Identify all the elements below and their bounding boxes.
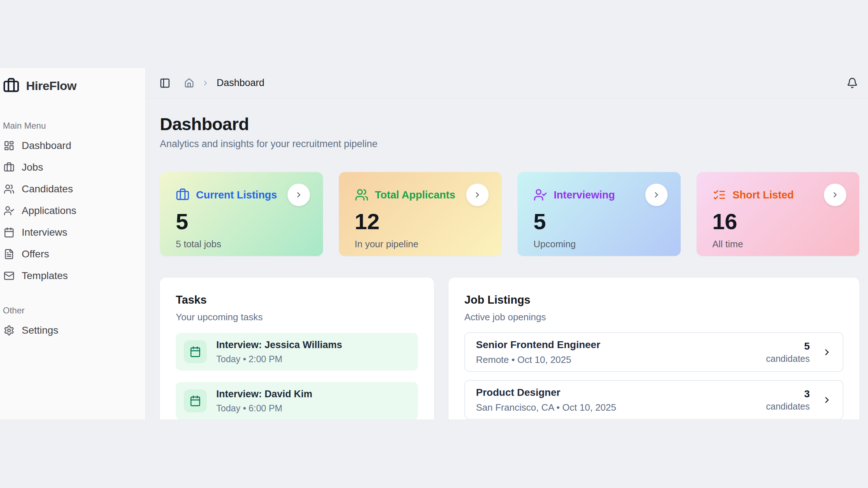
file-text-icon — [4, 249, 14, 260]
job-title: Senior Frontend Engineer — [476, 339, 600, 351]
tasks-subtitle: Your upcoming tasks — [176, 312, 418, 323]
sidebar-item-label: Applications — [22, 205, 76, 217]
stat-card-interviewing[interactable]: Interviewing 5 Upcoming — [518, 172, 681, 256]
sidebar-section-main-menu: Main Menu — [3, 121, 140, 131]
task-title: Interview: David Kim — [216, 389, 312, 400]
stat-caption: All time — [712, 239, 847, 250]
calendar-icon — [184, 389, 207, 412]
job-row[interactable]: Senior Frontend Engineer Remote • Oct 10… — [464, 332, 843, 372]
panel-left-icon — [159, 78, 170, 89]
job-candidate-count: 5 — [766, 341, 810, 352]
mail-icon — [4, 270, 14, 281]
sidebar-item-settings[interactable]: Settings — [3, 320, 140, 341]
sidebar-toggle-button[interactable] — [159, 78, 170, 89]
notifications-button[interactable] — [847, 77, 858, 89]
stat-value: 12 — [355, 210, 489, 233]
tasks-title: Tasks — [176, 294, 418, 307]
stat-card-header: Interviewing — [533, 184, 668, 206]
job-candidate-count: 3 — [766, 388, 810, 400]
calendar-icon — [184, 340, 207, 363]
list-checks-icon — [712, 188, 726, 202]
sidebar-item-label: Interviews — [22, 227, 67, 238]
chevron-right-icon — [652, 191, 661, 199]
breadcrumb-home-button[interactable] — [184, 78, 194, 88]
topbar: Dashboard — [146, 68, 868, 98]
sidebar-section-other: Other — [3, 305, 140, 316]
job-candidate-count-label: candidates — [766, 354, 810, 364]
calendar-icon — [4, 227, 14, 238]
page-title: Dashboard — [160, 114, 859, 134]
home-icon — [184, 78, 194, 88]
sidebar-item-interviews[interactable]: Interviews — [3, 222, 140, 243]
stat-label: Short Listed — [733, 189, 794, 201]
stat-card-header: Current Listings — [176, 184, 310, 206]
job-count-block: 5 candidates — [766, 341, 810, 364]
stat-card-short-listed[interactable]: Short Listed 16 All time — [697, 172, 860, 256]
sidebar-item-applications[interactable]: Applications — [3, 200, 140, 222]
job-count-block: 3 candidates — [766, 388, 810, 412]
stat-label: Total Applicants — [375, 189, 455, 201]
brand: HireFlow — [3, 77, 140, 94]
task-list: Interview: Jessica Williams Today • 2:00… — [176, 333, 418, 419]
briefcase-icon — [176, 188, 190, 202]
sidebar-item-candidates[interactable]: Candidates — [3, 178, 140, 200]
layout-dashboard-icon — [4, 140, 14, 151]
job-meta: San Francisco, CA • Oct 10, 2025 — [476, 402, 616, 413]
chevron-right-icon[interactable] — [822, 347, 832, 357]
bell-icon — [847, 77, 858, 89]
sidebar-item-label: Dashboard — [22, 140, 71, 151]
breadcrumb-separator — [201, 79, 209, 87]
task-title: Interview: Jessica Williams — [216, 339, 342, 351]
stats-row: Current Listings 5 5 total jobs Total Ap… — [160, 172, 859, 256]
stat-card-current-listings[interactable]: Current Listings 5 5 total jobs — [160, 172, 323, 256]
breadcrumb-current: Dashboard — [217, 77, 264, 89]
sidebar-menu: Dashboard Jobs Candidates Applications I… — [3, 135, 140, 287]
sidebar-item-label: Settings — [22, 325, 58, 336]
brand-name: HireFlow — [26, 79, 77, 93]
page-subtitle: Analytics and insights for your recruitm… — [160, 138, 859, 150]
stat-open-button[interactable] — [824, 184, 846, 206]
task-row[interactable]: Interview: Jessica Williams Today • 2:00… — [176, 333, 418, 371]
stat-value: 5 — [533, 210, 668, 233]
stat-card-total-applicants[interactable]: Total Applicants 12 In your pipeline — [339, 172, 502, 256]
chevron-right-icon — [294, 191, 303, 199]
task-meta: Today • 6:00 PM — [216, 403, 312, 414]
job-row[interactable]: Product Designer San Francisco, CA • Oct… — [464, 380, 843, 419]
stat-open-button[interactable] — [466, 184, 489, 206]
job-listings-subtitle: Active job openings — [464, 312, 843, 323]
stat-card-header: Short Listed — [712, 184, 847, 206]
job-candidate-count-label: candidates — [766, 401, 810, 412]
job-list: Senior Frontend Engineer Remote • Oct 10… — [464, 332, 843, 419]
chevron-right-icon[interactable] — [822, 395, 832, 405]
sidebar-item-jobs[interactable]: Jobs — [3, 157, 140, 178]
sidebar-item-dashboard[interactable]: Dashboard — [3, 135, 140, 157]
users-icon — [355, 188, 369, 202]
sidebar-item-label: Candidates — [22, 183, 73, 195]
job-row-right: 5 candidates — [766, 341, 832, 364]
sidebar-item-templates[interactable]: Templates — [3, 265, 140, 287]
user-check-icon — [4, 205, 14, 216]
stat-label: Current Listings — [196, 189, 277, 201]
user-check-icon — [533, 188, 547, 202]
task-meta: Today • 2:00 PM — [216, 354, 342, 364]
page-content: Dashboard Analytics and insights for you… — [146, 98, 868, 419]
users-icon — [4, 184, 14, 194]
main-area: Dashboard Dashboard Analytics and insigh… — [146, 68, 868, 419]
app-window: HireFlow Main Menu Dashboard Jobs Candid… — [0, 68, 868, 419]
stat-value: 16 — [712, 210, 847, 233]
chevron-right-icon — [201, 79, 209, 87]
briefcase-logo-icon — [3, 77, 20, 94]
job-listings-title: Job Listings — [464, 294, 843, 307]
stat-open-button[interactable] — [645, 184, 668, 206]
briefcase-icon — [4, 162, 14, 173]
task-row[interactable]: Interview: David Kim Today • 6:00 PM — [176, 382, 418, 419]
job-title: Product Designer — [476, 387, 616, 398]
bottom-row: Tasks Your upcoming tasks Interview: Jes… — [160, 278, 859, 419]
chevron-right-icon — [473, 191, 482, 199]
sidebar-menu-other: Settings — [3, 320, 140, 341]
stat-open-button[interactable] — [288, 184, 310, 206]
sidebar-item-offers[interactable]: Offers — [3, 243, 140, 265]
stat-value: 5 — [176, 210, 310, 233]
tasks-panel: Tasks Your upcoming tasks Interview: Jes… — [160, 278, 434, 419]
gear-icon — [4, 325, 14, 336]
